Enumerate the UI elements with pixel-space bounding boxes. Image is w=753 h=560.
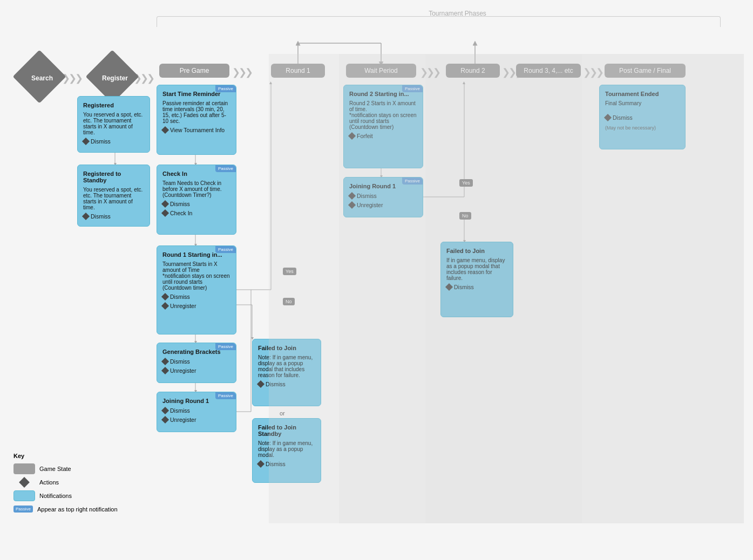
info-icon	[161, 126, 169, 134]
key-game-state-icon	[13, 463, 35, 474]
passive-badge: Passive	[215, 343, 236, 350]
dismiss-icon	[257, 380, 264, 388]
check-in-body: Team Needs to Check in before X amount o…	[162, 180, 230, 198]
round2-region	[425, 54, 582, 523]
registered-standby-body: You reserved a spot, etc. etc. The tourn…	[83, 187, 144, 210]
round1-starting-body: Tournament Starts in X amount of Time*no…	[162, 261, 230, 291]
key-actions-label: Actions	[39, 479, 59, 486]
key-passive-item: Passive Appear as top right notification	[13, 506, 118, 513]
passive-badge: Passive	[215, 165, 236, 172]
svg-text:❯❯❯: ❯❯❯	[232, 67, 252, 78]
passive-badge: Passive	[215, 392, 236, 399]
check-in-card: Passive Check In Team Needs to Check in …	[157, 165, 236, 235]
pre-game-state: Pre Game	[159, 64, 229, 78]
diagram-container: Tournament Phases ❯❯❯ ❯❯❯ ❯❯❯ ❯❯❯ ❯❯❯ ❯❯…	[0, 0, 753, 560]
start-time-body: Passive reminder at certain time interva…	[162, 100, 230, 124]
view-tournament-info[interactable]: View Tournament Info	[162, 127, 230, 133]
registered-title: Registered	[83, 102, 144, 108]
unregister-icon	[161, 416, 169, 424]
key-title: Key	[13, 453, 118, 459]
dismiss-icon	[82, 213, 90, 220]
dismiss-icon	[161, 200, 169, 208]
generating-brackets-card: Passive Generating Brackets Dismiss Unre…	[157, 343, 236, 383]
dismiss-icon	[161, 358, 169, 365]
registered-standby-title: Registered to Standby	[83, 170, 144, 183]
checkin-icon	[161, 209, 169, 217]
joining-round1-pre-card: Passive Joining Round 1 Dismiss Unregist…	[157, 392, 236, 432]
register-diamond	[86, 50, 139, 104]
gen-unregister[interactable]: Unregister	[162, 367, 230, 374]
registered-body: You reserved a spot, etc. etc. The tourn…	[83, 112, 144, 135]
key-notif-icon	[13, 490, 35, 501]
round1-starting-card: Passive Round 1 Starting in... Tournamen…	[157, 245, 236, 334]
key-passive-label: Appear as top right notification	[37, 506, 118, 513]
round1-unregister[interactable]: Unregister	[162, 303, 230, 309]
checkin-dismiss[interactable]: Dismiss	[162, 201, 230, 207]
key-actions-item: Actions	[13, 479, 118, 486]
round1-dismiss[interactable]: Dismiss	[162, 293, 230, 300]
check-in-action[interactable]: Check In	[162, 210, 230, 216]
jr-pre-dismiss[interactable]: Dismiss	[162, 407, 230, 414]
registered-dismiss[interactable]: Dismiss	[83, 138, 144, 145]
registered-card: Registered You reserved a spot, etc. etc…	[77, 96, 150, 153]
standby-dismiss[interactable]: Dismiss	[83, 213, 144, 220]
post-game-region	[582, 54, 744, 523]
dismiss-icon	[82, 138, 90, 145]
tournament-phases-bracket	[157, 16, 721, 27]
start-time-reminder-card: Passive Start Time Reminder Passive remi…	[157, 85, 236, 155]
svg-text:❯❯❯: ❯❯❯	[62, 73, 82, 84]
key-notif-label: Notifications	[39, 493, 72, 499]
search-diamond	[13, 50, 66, 104]
key-notif-item: Notifications	[13, 490, 118, 501]
jr-pre-unregister[interactable]: Unregister	[162, 416, 230, 423]
dismiss-icon	[161, 293, 169, 301]
passive-badge: Passive	[215, 246, 236, 253]
round1-region	[269, 54, 339, 523]
key-section: Key Game State Actions Notifications Pas…	[13, 453, 118, 517]
registered-standby-card: Registered to Standby You reserved a spo…	[77, 165, 150, 227]
key-actions-icon	[19, 477, 30, 488]
gen-dismiss[interactable]: Dismiss	[162, 358, 230, 365]
dismiss-icon	[257, 460, 264, 468]
passive-badge: Passive	[215, 85, 236, 92]
key-passive-icon: Passive	[13, 506, 33, 513]
wait-period-region	[339, 54, 425, 523]
key-game-state-item: Game State	[13, 463, 118, 474]
dismiss-icon	[161, 407, 169, 414]
key-game-state-label: Game State	[39, 466, 71, 472]
unregister-icon	[161, 302, 169, 310]
unregister-icon	[161, 367, 169, 374]
